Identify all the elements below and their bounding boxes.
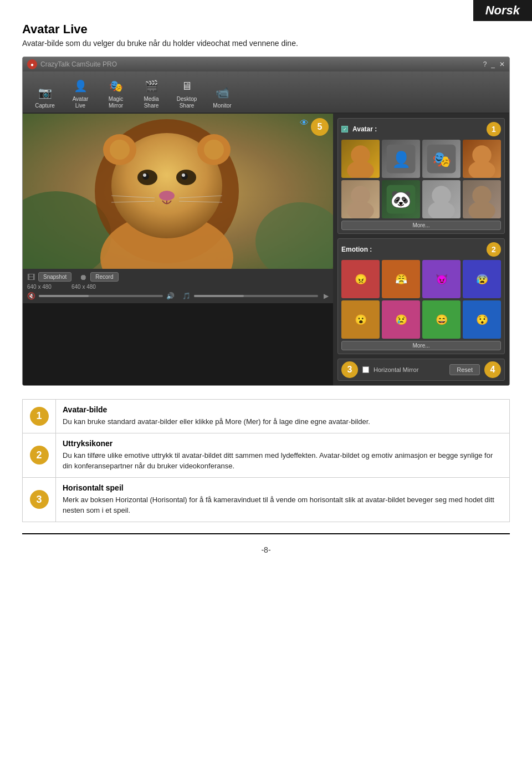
- right-panel: ✓ Avatar : 1: [333, 114, 509, 385]
- monitor-icon: 📹: [213, 84, 231, 101]
- desc-row-2: 2 Uttryksikoner Du kan tilføre ulike emo…: [23, 433, 510, 477]
- snapshot-button[interactable]: Snapshot: [38, 272, 71, 282]
- emotion-section: Emotion : 2 😠 😤 😈 😰 😮 😢 😄 😯 More...: [337, 238, 505, 354]
- emotion-thumb-2[interactable]: 😤: [382, 260, 420, 298]
- volume-slider[interactable]: [39, 295, 163, 297]
- svg-text:👤: 👤: [392, 150, 411, 169]
- avatar-thumb-4[interactable]: [463, 140, 501, 178]
- magic-mirror-icon: 🎭: [107, 77, 125, 95]
- avatar-grid: 👤 🎭: [341, 140, 501, 218]
- reset-button[interactable]: Reset: [449, 364, 480, 375]
- lion-cub-image: [23, 114, 333, 269]
- title-bar-controls[interactable]: ? _ ✕: [483, 60, 505, 68]
- avatar-live-icon: 👤: [71, 77, 89, 95]
- desktop-share-label: DesktopShare: [177, 96, 197, 109]
- desc-row-1: 1 Avatar-bilde Du kan bruke standard ava…: [23, 400, 510, 433]
- toolbar-avatar-live[interactable]: 👤 AvatarLive: [64, 75, 97, 113]
- app-logo: ● CrazyTalk CamSuite PRO: [27, 59, 117, 69]
- desc-num-2: 2: [30, 446, 49, 464]
- desc-num-3: 3: [30, 490, 49, 509]
- badge-5: 5: [311, 118, 329, 136]
- toolbar-media-share[interactable]: 🎬 MediaShare: [135, 75, 168, 113]
- video-controls: 🎞 Snapshot ⏺ Record 640 x 480 640 x 480 …: [23, 269, 333, 303]
- emotion-thumb-3[interactable]: 😈: [422, 260, 461, 298]
- avatar-live-label: AvatarLive: [73, 96, 89, 109]
- desktop-share-icon: 🖥: [178, 77, 196, 95]
- desc-text-2: Du kan tilføre ulike emotive uttrykk til…: [63, 450, 503, 472]
- app-name: CrazyTalk CamSuite PRO: [40, 60, 117, 68]
- monitor-label: Monitor: [213, 103, 231, 109]
- avatar-checkbox[interactable]: ✓: [341, 126, 348, 132]
- emotion-thumb-8[interactable]: 😯: [463, 300, 501, 339]
- record-size: 640 x 480: [71, 284, 96, 290]
- minimize-button[interactable]: _: [491, 60, 495, 68]
- title-bar: ● CrazyTalk CamSuite PRO ? _ ✕: [23, 57, 509, 72]
- capture-label: Capture: [35, 103, 55, 109]
- magic-mirror-label: MagicMirror: [109, 96, 124, 109]
- language-badge: Norsk: [473, 0, 532, 21]
- main-area: 5 👁 🎞 Snapshot ⏺ Record 640 x 480 640 x …: [23, 114, 509, 385]
- avatar-thumb-6[interactable]: 🐼: [382, 180, 420, 218]
- video-feed: 5 👁: [23, 114, 333, 269]
- media-share-icon: 🎬: [142, 77, 160, 95]
- page-subtitle: Avatar-bilde som du velger du bruke når …: [22, 39, 510, 48]
- toolbar-desktop-share[interactable]: 🖥 DesktopShare: [170, 75, 203, 113]
- emotion-more-button[interactable]: More...: [341, 341, 501, 350]
- app-icon: ●: [27, 59, 37, 69]
- mirror-row: 3 Horizontal Mirror Reset 4: [337, 359, 505, 381]
- svg-point-29: [468, 161, 495, 178]
- svg-point-37: [468, 201, 495, 218]
- page-footer: -8-: [22, 533, 510, 560]
- toolbar-magic-mirror[interactable]: 🎭 MagicMirror: [99, 75, 132, 113]
- svg-point-10: [143, 173, 146, 177]
- emotion-thumb-5[interactable]: 😮: [341, 300, 380, 339]
- emotion-thumb-6[interactable]: 😢: [382, 300, 420, 339]
- svg-point-35: [428, 201, 454, 218]
- emotion-thumb-1[interactable]: 😠: [341, 260, 380, 298]
- avatar-section-label: Avatar :: [352, 125, 377, 133]
- emotion-thumb-7[interactable]: 😄: [422, 300, 461, 339]
- music-slider[interactable]: [194, 295, 318, 297]
- avatar-thumb-8[interactable]: [463, 180, 501, 218]
- svg-point-21: [204, 140, 224, 160]
- desc-title-1: Avatar-bilde: [63, 405, 503, 414]
- badge-1: 1: [487, 122, 501, 136]
- badge-3: 3: [341, 361, 358, 378]
- avatar-thumb-3[interactable]: 🎭: [422, 140, 461, 178]
- desc-num-1: 1: [30, 407, 49, 426]
- avatar-thumb-2[interactable]: 👤: [382, 140, 420, 178]
- toolbar-monitor[interactable]: 📹 Monitor: [206, 81, 239, 113]
- horizontal-mirror-checkbox[interactable]: [362, 366, 369, 373]
- badge-4: 4: [484, 361, 501, 378]
- avatar-more-button[interactable]: More...: [341, 221, 501, 230]
- svg-point-23: [347, 161, 374, 178]
- desc-text-1: Du kan bruke standard avatar-bilder elle…: [63, 416, 503, 427]
- svg-text:🎭: 🎭: [432, 150, 452, 169]
- avatar-thumb-7[interactable]: [422, 180, 461, 218]
- avatar-thumb-1[interactable]: [341, 140, 380, 178]
- help-button[interactable]: ?: [483, 60, 487, 68]
- close-button[interactable]: ✕: [499, 60, 505, 68]
- toolbar-capture[interactable]: 📷 Capture: [28, 81, 62, 113]
- video-panel: 5 👁 🎞 Snapshot ⏺ Record 640 x 480 640 x …: [23, 114, 333, 385]
- badge-2: 2: [487, 242, 501, 257]
- svg-point-12: [159, 191, 175, 201]
- page-number: -8-: [261, 545, 270, 554]
- desc-text-3: Merk av boksen Horizontal (Horisontal) f…: [63, 494, 503, 516]
- toolbar: 📷 Capture 👤 AvatarLive 🎭 MagicMirror 🎬 M…: [23, 72, 509, 114]
- capture-icon: 📷: [36, 84, 54, 101]
- svg-text:🐼: 🐼: [390, 189, 412, 210]
- mirror-label: Horizontal Mirror: [374, 366, 418, 373]
- desc-row-3: 3 Horisontalt speil Merk av boksen Horiz…: [23, 477, 510, 522]
- emotion-thumb-4[interactable]: 😰: [463, 260, 501, 298]
- svg-point-31: [347, 201, 374, 218]
- emotion-section-label: Emotion :: [341, 246, 372, 253]
- media-share-label: MediaShare: [144, 96, 158, 109]
- description-table: 1 Avatar-bilde Du kan bruke standard ava…: [22, 399, 510, 522]
- avatar-section: ✓ Avatar : 1: [337, 118, 505, 234]
- svg-point-11: [182, 173, 185, 177]
- eye-icon: 👁: [300, 118, 309, 128]
- emotion-grid: 😠 😤 😈 😰 😮 😢 😄 😯: [341, 260, 501, 339]
- avatar-thumb-5[interactable]: [341, 180, 380, 218]
- record-button[interactable]: Record: [90, 272, 118, 282]
